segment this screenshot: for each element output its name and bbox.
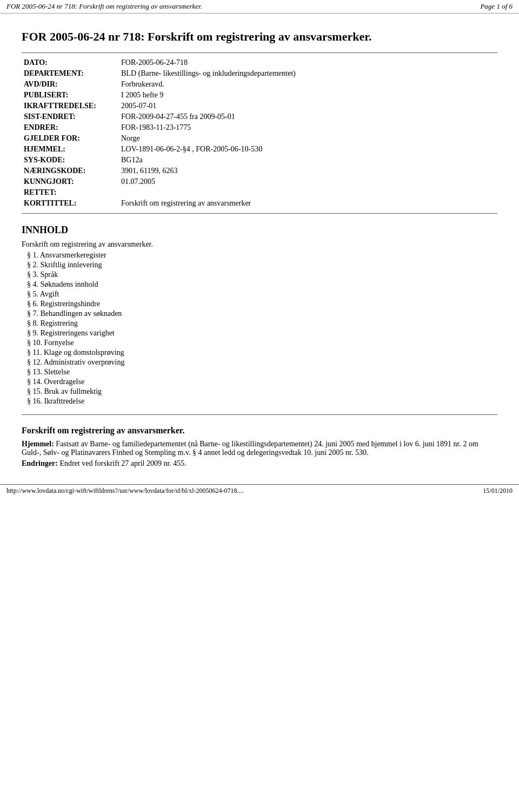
toc-link[interactable]: § 10. Fornyelse xyxy=(27,339,74,347)
metadata-value: FOR-2005-06-24-718 xyxy=(119,57,497,68)
endringer-label: Endringer: xyxy=(22,459,58,467)
header-title: FOR 2005-06-24 nr 718: Forskrift om regi… xyxy=(6,2,202,11)
metadata-value xyxy=(119,187,497,198)
metadata-label: DATO: xyxy=(22,57,119,68)
metadata-row: SIST-ENDRET:FOR-2009-04-27-455 fra 2009-… xyxy=(22,111,497,122)
toc-item[interactable]: § 14. Overdragelse xyxy=(27,378,497,386)
toc-item[interactable]: § 11. Klage og domstolsprøving xyxy=(27,348,497,357)
metadata-row: DEPARTEMENT:BLD (Barne- likestillings- o… xyxy=(22,68,497,79)
main-content: FOR 2005-06-24 nr 718: Forskrift om regi… xyxy=(0,14,519,473)
hjemmel-text: Fastsatt av Barne- og familiedepartement… xyxy=(22,440,478,457)
toc-link[interactable]: § 13. Slettelse xyxy=(27,368,70,376)
toc-item[interactable]: § 16. Ikrafttredelse xyxy=(27,397,497,406)
metadata-value: BG12a xyxy=(119,155,497,166)
footer-bar: http://www.lovdata.no/cgi-wift/wiftldren… xyxy=(0,484,519,497)
metadata-label: KORTTITTEL: xyxy=(22,198,119,209)
metadata-label: DEPARTEMENT: xyxy=(22,68,119,79)
footer-url: http://www.lovdata.no/cgi-wift/wiftldren… xyxy=(6,487,244,495)
toc-link[interactable]: § 14. Overdragelse xyxy=(27,378,84,386)
toc-link[interactable]: § 9. Registreringens varighet xyxy=(27,329,115,337)
metadata-row: AVD/DIR:Forbrukeravd. xyxy=(22,79,497,90)
toc-item[interactable]: § 12. Administrativ overprøving xyxy=(27,358,497,367)
metadata-value: 3901, 61199, 6263 xyxy=(119,166,497,176)
metadata-row: KUNNGJORT:01.07.2005 xyxy=(22,176,497,187)
metadata-label: ENDRER: xyxy=(22,122,119,133)
metadata-row: ENDRER:FOR-1983-11-23-1775 xyxy=(22,122,497,133)
header-page: Page 1 of 6 xyxy=(480,2,513,11)
metadata-value: Forskrift om registrering av ansvarsmerk… xyxy=(119,198,497,209)
metadata-value: 01.07.2005 xyxy=(119,176,497,187)
toc-item[interactable]: § 13. Slettelse xyxy=(27,368,497,377)
toc-item[interactable]: § 6. Registreringshindre xyxy=(27,300,497,308)
toc-item[interactable]: § 15. Bruk av fullmektig xyxy=(27,387,497,396)
metadata-row: KORTTITTEL:Forskrift om registrering av … xyxy=(22,198,497,209)
metadata-value: Norge xyxy=(119,133,497,144)
divider-toc-bottom xyxy=(22,414,497,415)
metadata-row: PUBLISERT:I 2005 hefte 9 xyxy=(22,90,497,101)
toc-link[interactable]: § 16. Ikrafttredelse xyxy=(27,397,84,405)
page-header: FOR 2005-06-24 nr 718: Forskrift om regi… xyxy=(0,0,519,14)
metadata-label: SIST-ENDRET: xyxy=(22,111,119,122)
toc-intro: Forskrift om registrering av ansvarsmerk… xyxy=(22,240,497,249)
toc-link[interactable]: § 7. Behandlingen av søknaden xyxy=(27,309,122,318)
metadata-label: AVD/DIR: xyxy=(22,79,119,90)
toc-item[interactable]: § 3. Språk xyxy=(27,270,497,279)
divider-top xyxy=(22,52,497,53)
toc-link[interactable]: § 1. Ansvarsmerkeregister xyxy=(27,251,107,259)
metadata-label: SYS-KODE: xyxy=(22,155,119,166)
metadata-value: LOV-1891-06-06-2-§4 , FOR-2005-06-10-530 xyxy=(119,144,497,155)
metadata-value: Forbrukeravd. xyxy=(119,79,497,90)
footer-date: 15/01/2010 xyxy=(483,487,513,495)
toc-item[interactable]: § 10. Fornyelse xyxy=(27,339,497,347)
innhold-title: INNHOLD xyxy=(22,225,497,236)
endringer-text: Endret ved forskrift 27 april 2009 nr. 4… xyxy=(59,459,186,467)
doc-title: FOR 2005-06-24 nr 718: Forskrift om regi… xyxy=(22,30,497,44)
toc-link[interactable]: § 6. Registreringshindre xyxy=(27,300,100,308)
hjemmel-block: Hjemmel: Fastsatt av Barne- og familiede… xyxy=(22,440,497,457)
metadata-table: DATO:FOR-2005-06-24-718DEPARTEMENT:BLD (… xyxy=(22,57,497,209)
hjemmel-label: Hjemmel: xyxy=(22,440,54,448)
toc-list: § 1. Ansvarsmerkeregister§ 2. Skriftlig … xyxy=(27,251,497,406)
metadata-row: DATO:FOR-2005-06-24-718 xyxy=(22,57,497,68)
toc-item[interactable]: § 7. Behandlingen av søknaden xyxy=(27,309,497,318)
metadata-row: IKRAFTTREDELSE:2005-07-01 xyxy=(22,101,497,111)
metadata-label: KUNNGJORT: xyxy=(22,176,119,187)
toc-link[interactable]: § 2. Skriftlig innlevering xyxy=(27,261,102,269)
toc-link[interactable]: § 5. Avgift xyxy=(27,290,59,298)
metadata-value: BLD (Barne- likestillings- og inkluderin… xyxy=(119,68,497,79)
toc-item[interactable]: § 8. Registrering xyxy=(27,319,497,328)
metadata-label: IKRAFTTREDELSE: xyxy=(22,101,119,111)
toc-link[interactable]: § 8. Registrering xyxy=(27,319,78,327)
metadata-label: NÆRINGSKODE: xyxy=(22,166,119,176)
metadata-row: GJELDER FOR:Norge xyxy=(22,133,497,144)
metadata-label: HJEMMEL: xyxy=(22,144,119,155)
toc-link[interactable]: § 11. Klage og domstolsprøving xyxy=(27,348,124,357)
toc-link[interactable]: § 12. Administrativ overprøving xyxy=(27,358,124,366)
metadata-row: HJEMMEL:LOV-1891-06-06-2-§4 , FOR-2005-0… xyxy=(22,144,497,155)
endringer-block: Endringer: Endret ved forskrift 27 april… xyxy=(22,459,497,468)
metadata-row: NÆRINGSKODE:3901, 61199, 6263 xyxy=(22,166,497,176)
metadata-label: PUBLISERT: xyxy=(22,90,119,101)
toc-link[interactable]: § 3. Språk xyxy=(27,270,58,279)
metadata-value: I 2005 hefte 9 xyxy=(119,90,497,101)
metadata-label: GJELDER FOR: xyxy=(22,133,119,144)
toc-item[interactable]: § 4. Søknadens innhold xyxy=(27,280,497,289)
toc-item[interactable]: § 9. Registreringens varighet xyxy=(27,329,497,338)
metadata-value: FOR-1983-11-23-1775 xyxy=(119,122,497,133)
toc-item[interactable]: § 2. Skriftlig innlevering xyxy=(27,261,497,269)
toc-item[interactable]: § 5. Avgift xyxy=(27,290,497,299)
divider-meta-bottom xyxy=(22,213,497,214)
toc-link[interactable]: § 4. Søknadens innhold xyxy=(27,280,98,288)
metadata-label: RETTET: xyxy=(22,187,119,198)
metadata-row: SYS-KODE:BG12a xyxy=(22,155,497,166)
toc-item[interactable]: § 1. Ansvarsmerkeregister xyxy=(27,251,497,260)
metadata-value: FOR-2009-04-27-455 fra 2009-05-01 xyxy=(119,111,497,122)
forskrift-section-title: Forskrift om registrering av ansvarsmerk… xyxy=(22,426,497,435)
metadata-value: 2005-07-01 xyxy=(119,101,497,111)
toc-link[interactable]: § 15. Bruk av fullmektig xyxy=(27,387,102,395)
metadata-row: RETTET: xyxy=(22,187,497,198)
